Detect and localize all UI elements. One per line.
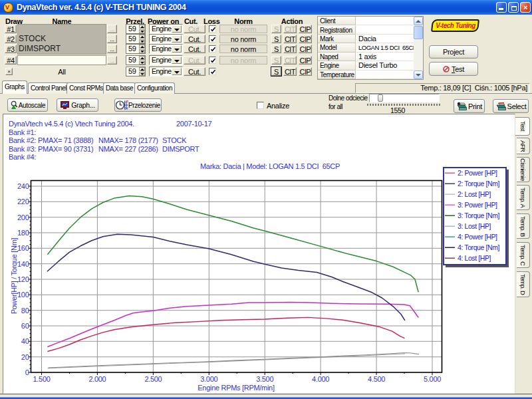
- svg-text:200: 200: [17, 213, 29, 221]
- svg-text:2: Power [HP]: 2: Power [HP]: [458, 169, 497, 177]
- svg-text:Engine RPMs [RPM/min]: Engine RPMs [RPM/min]: [198, 384, 275, 392]
- svg-text:5.000: 5.000: [424, 375, 441, 383]
- svg-text:2: Torque [Nm]: 2: Torque [Nm]: [458, 180, 500, 188]
- svg-text:100: 100: [17, 291, 29, 299]
- svg-text:24: 24: [124, 106, 128, 110]
- svg-text:160: 160: [17, 244, 29, 252]
- svg-text:2: Lost [HP]: 2: Lost [HP]: [458, 190, 491, 198]
- svg-text:4: Lost [HP]: 4: Lost [HP]: [458, 254, 491, 262]
- svg-text:140: 140: [17, 260, 29, 268]
- svg-text:4.000: 4.000: [312, 375, 329, 383]
- svg-text:220: 220: [17, 198, 29, 205]
- svg-text:Power[HP] / Torque [Nm]: Power[HP] / Torque [Nm]: [10, 237, 18, 314]
- svg-text:4.500: 4.500: [368, 375, 385, 383]
- svg-text:3: Power [HP]: 3: Power [HP]: [458, 201, 497, 209]
- svg-text:4: Power [HP]: 4: Power [HP]: [458, 233, 497, 241]
- svg-text:3.000: 3.000: [200, 375, 217, 383]
- svg-text:60: 60: [21, 322, 29, 330]
- svg-text:1.500: 1.500: [33, 375, 50, 383]
- svg-text:2.500: 2.500: [144, 375, 162, 383]
- svg-text:4: Torque [Nm]: 4: Torque [Nm]: [458, 243, 500, 251]
- svg-text:80: 80: [21, 307, 29, 315]
- svg-text:240: 240: [17, 182, 29, 190]
- svg-text:0: 0: [25, 368, 29, 376]
- svg-text:3.500: 3.500: [256, 375, 273, 383]
- svg-text:40: 40: [21, 337, 29, 345]
- svg-text:2.000: 2.000: [88, 375, 106, 383]
- svg-text:120: 120: [17, 275, 29, 283]
- svg-text:180: 180: [17, 229, 29, 237]
- svg-text:3: Lost [HP]: 3: Lost [HP]: [458, 222, 491, 230]
- svg-text:3: Torque [Nm]: 3: Torque [Nm]: [458, 211, 500, 219]
- svg-text:20: 20: [21, 353, 29, 361]
